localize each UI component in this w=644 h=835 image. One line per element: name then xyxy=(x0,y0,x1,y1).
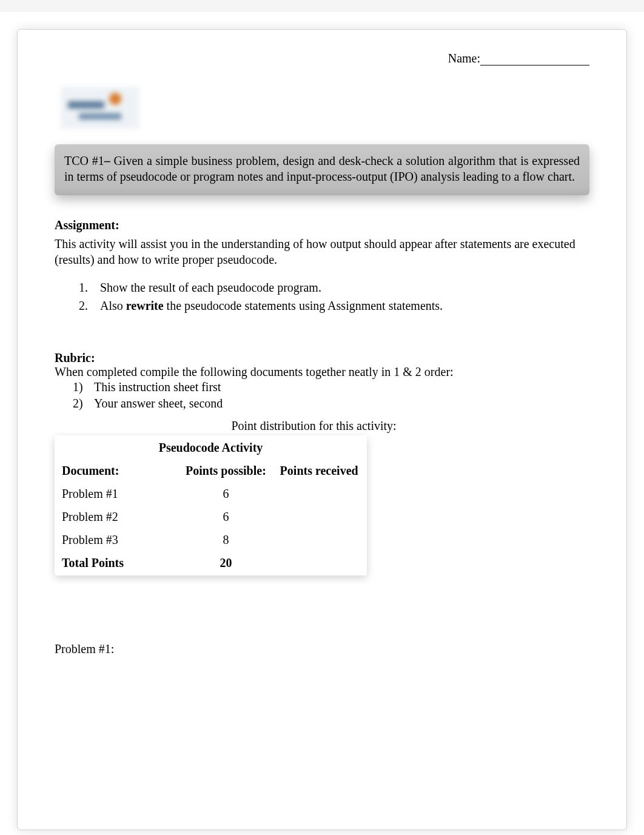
logo xyxy=(61,87,589,129)
rubric-intro: When completed compile the following doc… xyxy=(55,365,454,378)
svg-rect-2 xyxy=(68,101,104,109)
step-number: 1. xyxy=(79,278,88,297)
tco-box: TCO #1– Given a simple business problem,… xyxy=(55,144,589,195)
grade-table-wrapper: Pseudocode Activity Document: Points pos… xyxy=(55,435,367,575)
step-text: Show the result of each pseudocode progr… xyxy=(100,281,321,294)
total-label: Total Points xyxy=(57,552,178,574)
cell-points-possible: 6 xyxy=(181,483,272,505)
assignment-step-2: 2. Also rewrite the pseudocode statement… xyxy=(79,297,589,315)
table-header-row: Document: Points possible: Points receiv… xyxy=(57,460,364,481)
tco-prefix: TCO #1 xyxy=(64,154,104,167)
table-total-row: Total Points 20 xyxy=(57,552,364,574)
step-bold: rewrite xyxy=(126,299,164,312)
header-points-received: Points received xyxy=(273,460,364,481)
table-row: Problem #3 8 xyxy=(57,529,364,551)
logo-icon xyxy=(61,87,139,129)
rubric-num: 2) xyxy=(73,395,83,412)
cell-document: Problem #1 xyxy=(57,483,178,505)
page-content: Name: TCO #1– Given a simple business pr… xyxy=(21,33,623,826)
assignment-steps: 1. Show the result of each pseudocode pr… xyxy=(55,278,589,315)
rubric-heading: Rubric: xyxy=(55,351,95,364)
step-number: 2. xyxy=(79,297,88,315)
assignment-step-1: 1. Show the result of each pseudocode pr… xyxy=(79,278,589,297)
header-points-possible: Points possible: xyxy=(181,460,272,481)
cell-points-received[interactable] xyxy=(273,529,364,551)
table-row: Problem #1 6 xyxy=(57,483,364,505)
table-title-row: Pseudocode Activity xyxy=(57,437,364,458)
point-distribution-caption: Point distribution for this activity: xyxy=(158,419,470,433)
cell-points-received[interactable] xyxy=(273,506,364,528)
rubric-num: 1) xyxy=(73,379,83,395)
problem-1-label: Problem #1: xyxy=(55,642,589,656)
rubric-items: 1) This instruction sheet first 2) Your … xyxy=(55,379,589,412)
table-row: Problem #2 6 xyxy=(57,506,364,528)
rubric-item-1: 1) This instruction sheet first xyxy=(73,379,589,395)
header-document: Document: xyxy=(57,460,178,481)
rubric-block: Rubric: When completed compile the follo… xyxy=(55,351,589,412)
assignment-intro: This activity will assist you in the und… xyxy=(55,236,589,267)
step-suffix: the pseudocode statements using Assignme… xyxy=(164,299,443,312)
assignment-heading: Assignment: xyxy=(55,218,589,232)
table-title: Pseudocode Activity xyxy=(57,437,364,458)
cell-points-possible: 8 xyxy=(181,529,272,551)
cell-points-possible: 6 xyxy=(181,506,272,528)
name-label: Name: xyxy=(448,52,480,65)
tco-dash: – xyxy=(104,154,114,167)
cell-document: Problem #2 xyxy=(57,506,178,528)
cell-points-received[interactable] xyxy=(273,483,364,505)
tco-text: Given a simple business problem, design … xyxy=(64,154,580,183)
svg-rect-3 xyxy=(79,113,121,119)
page: Name: TCO #1– Given a simple business pr… xyxy=(0,12,644,835)
rubric-item-2: 2) Your answer sheet, second xyxy=(73,395,589,412)
grade-table: Pseudocode Activity Document: Points pos… xyxy=(55,435,367,575)
step-prefix: Also xyxy=(100,299,126,312)
name-blank-line[interactable] xyxy=(480,65,589,65)
rubric-text: This instruction sheet first xyxy=(94,380,221,394)
total-points-possible: 20 xyxy=(181,552,272,574)
cell-document: Problem #3 xyxy=(57,529,178,551)
rubric-text: Your answer sheet, second xyxy=(94,397,223,410)
name-field-row: Name: xyxy=(55,52,589,65)
svg-point-1 xyxy=(109,93,121,105)
total-points-received[interactable] xyxy=(273,552,364,574)
